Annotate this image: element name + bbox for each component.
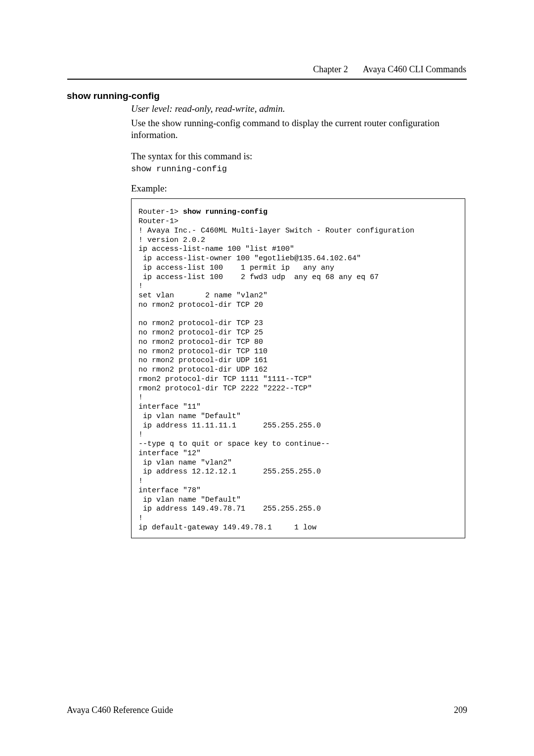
example-command: show running-config xyxy=(183,208,267,216)
syntax-intro: The syntax for this command is: xyxy=(131,150,466,162)
example-box: Router-1> show running-config Router-1> … xyxy=(131,198,465,538)
example-prompt: Router-1> xyxy=(138,208,183,216)
example-label: Example: xyxy=(131,183,466,194)
description: Use the show running-config command to d… xyxy=(131,117,466,142)
header-text: Chapter 2Avaya C460 CLI Commands xyxy=(67,64,467,75)
section-title: show running-config xyxy=(67,91,467,101)
footer-left: Avaya C460 Reference Guide xyxy=(67,705,173,715)
footer: Avaya C460 Reference Guide 209 xyxy=(67,705,467,715)
page: Chapter 2Avaya C460 CLI Commands show ru… xyxy=(0,0,534,756)
header-title: Avaya C460 CLI Commands xyxy=(363,64,466,74)
user-level: User level: read-only, read-write, admin… xyxy=(131,103,466,114)
content-block: User level: read-only, read-write, admin… xyxy=(131,103,466,538)
footer-page-number: 209 xyxy=(454,705,467,715)
syntax-command: show running-config xyxy=(131,164,466,174)
example-output: Router-1> ! Avaya Inc.- C460ML Multi-lay… xyxy=(138,217,414,532)
chapter-label: Chapter 2 xyxy=(313,64,348,74)
header-rule xyxy=(67,79,467,80)
